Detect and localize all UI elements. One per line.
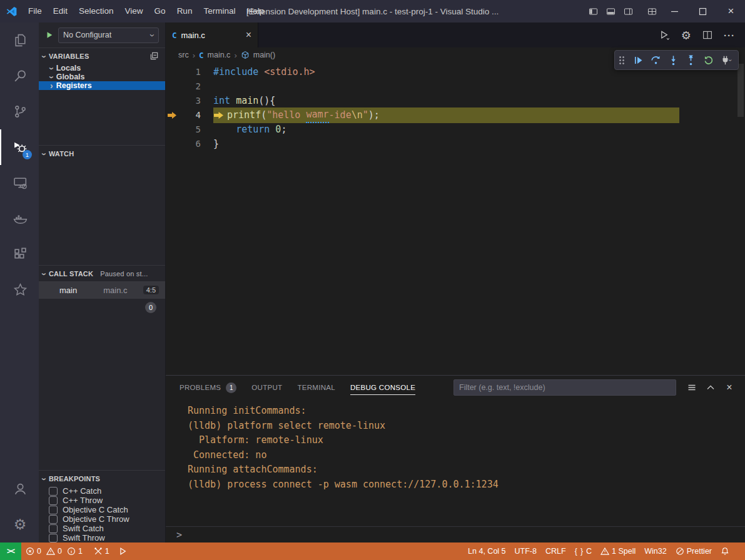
- chevron-down-icon: ›: [148, 34, 157, 37]
- menu-edit[interactable]: Edit: [48, 0, 73, 22]
- status-eol[interactable]: CRLF: [541, 542, 570, 560]
- toggle-secondary-sidebar-button[interactable]: [619, 0, 637, 22]
- panel-tab-terminal[interactable]: TERMINAL: [297, 384, 335, 391]
- step-over-button[interactable]: [647, 52, 664, 68]
- customize-layout-button[interactable]: [643, 0, 661, 22]
- activity-search[interactable]: [0, 58, 39, 94]
- toggle-panel-button[interactable]: [602, 0, 619, 22]
- menu-run[interactable]: Run: [171, 0, 198, 22]
- menu-selection[interactable]: Selection: [73, 0, 119, 22]
- status-platform[interactable]: Win32: [640, 542, 671, 560]
- maximize-button[interactable]: [689, 0, 717, 22]
- activity-accounts[interactable]: [0, 471, 39, 507]
- code-line[interactable]: 4printf("hello wamr-ide\n");: [166, 108, 745, 122]
- breakpoint-item[interactable]: Objective C Catch: [39, 505, 165, 514]
- code-line[interactable]: 6}: [166, 137, 745, 151]
- activity-extensions[interactable]: [0, 236, 39, 272]
- console-filter-input[interactable]: [454, 379, 676, 396]
- menu-help[interactable]: Help: [241, 0, 270, 22]
- editor-settings-button[interactable]: ⚙: [681, 29, 691, 42]
- step-into-button[interactable]: [664, 52, 682, 68]
- checkbox-unchecked[interactable]: [49, 534, 58, 542]
- activity-remote-explorer[interactable]: [0, 165, 39, 201]
- status-prettier[interactable]: Prettier: [671, 542, 716, 560]
- watch-section-header[interactable]: › WATCH: [39, 145, 165, 161]
- close-panel-button[interactable]: ×: [722, 381, 736, 394]
- code-line[interactable]: 5 return 0;: [166, 122, 745, 137]
- step-out-button[interactable]: [682, 52, 699, 68]
- bottom-panel: PROBLEMS 1 OUTPUT TERMINAL DEBUG CONSOLE…: [166, 375, 745, 542]
- tab-main-c[interactable]: C main.c ×: [166, 22, 258, 48]
- console-line: (lldb) process connect -p wasm connect:/…: [188, 478, 745, 492]
- menu-view[interactable]: View: [119, 0, 149, 22]
- breakpoints-section-header[interactable]: › BREAKPOINTS: [39, 470, 165, 486]
- more-actions-button[interactable]: ···: [724, 30, 735, 41]
- activity-favorites[interactable]: [0, 272, 39, 308]
- breadcrumb-symbol[interactable]: main(): [253, 51, 275, 59]
- activity-manage[interactable]: ⚙: [0, 507, 39, 542]
- chevron-right-icon: ›: [234, 51, 236, 60]
- split-editor-button[interactable]: [702, 29, 713, 41]
- status-cursor-position[interactable]: Ln 4, Col 5: [464, 542, 510, 560]
- activity-explorer[interactable]: [0, 22, 39, 58]
- code-editor[interactable]: 1#include <stdio.h>23int main(){4printf(…: [166, 62, 745, 375]
- debug-current-line-gutter-arrow[interactable]: [166, 112, 178, 119]
- checkbox-unchecked[interactable]: [49, 524, 58, 533]
- breakpoint-item[interactable]: Objective C Throw: [39, 514, 165, 524]
- continue-button[interactable]: [629, 52, 647, 68]
- collapse-all-icon[interactable]: [150, 51, 159, 61]
- breakpoint-item[interactable]: Swift Catch: [39, 524, 165, 533]
- debug-console-input[interactable]: >: [166, 526, 745, 542]
- remote-indicator[interactable]: ><: [0, 542, 21, 560]
- start-debugging-icon[interactable]: [45, 31, 54, 39]
- panel-tab-debug-console[interactable]: DEBUG CONSOLE: [350, 384, 415, 391]
- status-encoding[interactable]: UTF-8: [510, 542, 541, 560]
- extensions-icon: [13, 246, 28, 262]
- breakpoint-item[interactable]: C++ Throw: [39, 496, 165, 505]
- status-tools[interactable]: 1: [89, 542, 114, 560]
- call-stack-section-header[interactable]: › CALL STACK Paused on st...: [39, 265, 165, 281]
- output-actions-icon[interactable]: [685, 381, 699, 394]
- activity-run-and-debug[interactable]: 1: [0, 129, 39, 165]
- variables-section-header[interactable]: › VARIABLES: [39, 48, 165, 64]
- editor-scrollbar[interactable]: [737, 64, 744, 117]
- menu-terminal[interactable]: Terminal: [198, 0, 241, 22]
- status-spell-checker[interactable]: 1 Spell: [596, 542, 640, 560]
- menu-file[interactable]: File: [23, 0, 48, 22]
- checkbox-unchecked[interactable]: [49, 487, 58, 496]
- status-debug[interactable]: [114, 542, 131, 560]
- stack-frame-row[interactable]: main main.c 4:5: [39, 281, 165, 299]
- activity-source-control[interactable]: [0, 94, 39, 129]
- minimize-button[interactable]: [661, 0, 689, 22]
- status-notifications[interactable]: [716, 542, 734, 560]
- status-language-mode[interactable]: { } C: [570, 542, 596, 560]
- toggle-sidebar-button[interactable]: [584, 0, 602, 22]
- error-icon: [26, 547, 34, 556]
- drag-grip-icon[interactable]: [619, 56, 626, 65]
- activity-docker[interactable]: [0, 201, 39, 236]
- code-line[interactable]: 3int main(){: [166, 94, 745, 108]
- code-line[interactable]: 2: [166, 79, 745, 94]
- activity-bar-top: 1: [0, 22, 39, 308]
- panel-tab-problems[interactable]: PROBLEMS 1: [180, 382, 236, 393]
- breadcrumb-folder[interactable]: src: [178, 51, 189, 59]
- variables-item-registers[interactable]: › Registers: [39, 81, 165, 90]
- checkbox-unchecked[interactable]: [49, 496, 58, 505]
- breadcrumb-file[interactable]: main.c: [208, 51, 231, 59]
- breakpoint-item[interactable]: C++ Catch: [39, 486, 165, 496]
- panel-tab-output[interactable]: OUTPUT: [251, 384, 282, 391]
- maximize-panel-button[interactable]: [704, 381, 717, 394]
- status-problems[interactable]: 0 0 1: [21, 542, 89, 560]
- run-or-debug-button[interactable]: [659, 29, 671, 41]
- close-window-button[interactable]: ×: [717, 0, 745, 22]
- checkbox-unchecked[interactable]: [49, 506, 58, 514]
- restart-button[interactable]: [699, 52, 717, 68]
- variables-item-globals[interactable]: › Globals: [39, 72, 165, 81]
- close-icon[interactable]: ×: [246, 29, 251, 41]
- launch-config-dropdown[interactable]: No Configurat ›: [58, 28, 159, 43]
- checkbox-unchecked[interactable]: [49, 515, 58, 524]
- disconnect-button[interactable]: ›: [717, 52, 734, 68]
- breakpoint-item[interactable]: Swift Throw: [39, 533, 165, 542]
- variables-item-locals[interactable]: › Locals: [39, 64, 165, 72]
- menu-go[interactable]: Go: [149, 0, 171, 22]
